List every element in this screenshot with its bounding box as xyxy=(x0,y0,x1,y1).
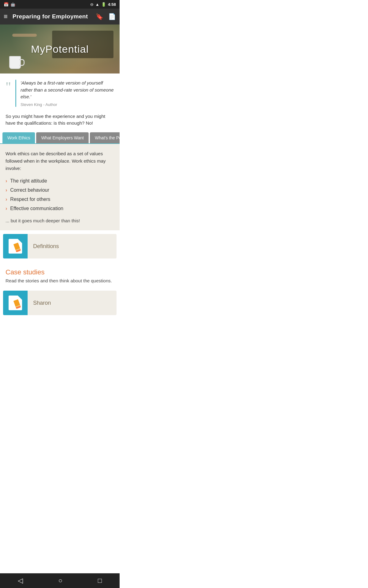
case-studies-subtext: Read the stories and then think about th… xyxy=(0,278,120,287)
note-add-button[interactable]: 📄 xyxy=(108,13,116,20)
definitions-card[interactable]: Definitions xyxy=(3,234,117,258)
sharon-icon xyxy=(9,296,22,310)
pencil-icon xyxy=(13,299,21,309)
quote-text: 'Always be a first-rate version of yours… xyxy=(21,80,114,100)
chevron-right-icon: › xyxy=(6,197,7,202)
app-bar: ≡ Preparing for Employment 🔖 📄 xyxy=(0,9,120,24)
hero-arm xyxy=(12,34,37,37)
status-bar-left: 📅 🤖 xyxy=(4,2,15,7)
list-item-label: Effective communication xyxy=(10,206,63,211)
bottom-nav: ◁ ○ □ xyxy=(0,573,120,588)
sharon-icon-box xyxy=(3,291,28,315)
definitions-icon xyxy=(9,239,22,254)
tab-work-ethics[interactable]: Work Ethics xyxy=(2,132,35,143)
wifi-icon: ▲ xyxy=(95,2,99,7)
app-bar-title: Preparing for Employment xyxy=(13,13,96,20)
list-item-label: Correct behaviour xyxy=(10,187,49,193)
home-button[interactable]: ○ xyxy=(58,577,62,585)
battery-icon: 🔋 xyxy=(101,2,106,7)
list-item: › Effective communication xyxy=(6,204,114,213)
quote-content: 'Always be a first-rate version of yours… xyxy=(21,80,114,107)
list-item: › The right attitude xyxy=(6,176,114,186)
definitions-label: Definitions xyxy=(28,243,64,250)
android-icon: 🤖 xyxy=(10,2,15,7)
list-item-label: Respect for others xyxy=(10,197,50,202)
tab-list: › The right attitude › Correct behaviour… xyxy=(6,176,114,213)
recents-button[interactable]: □ xyxy=(98,577,102,585)
hero-title: MyPotential xyxy=(31,43,89,55)
tab-footnote: ... but it goes much deeper than this! xyxy=(6,217,114,224)
chevron-right-icon: › xyxy=(6,206,7,211)
quote-author: Steven King - Author xyxy=(21,102,114,107)
list-item: › Respect for others xyxy=(6,195,114,204)
quote-bar xyxy=(15,80,16,107)
menu-button[interactable]: ≡ xyxy=(4,13,8,20)
app-bar-actions: 🔖 📄 xyxy=(96,13,116,20)
minus-circle-icon: ⊖ xyxy=(90,2,94,7)
bookmark-add-button[interactable]: 🔖 xyxy=(96,13,103,20)
sharon-label: Sharon xyxy=(28,300,56,306)
chevron-right-icon: › xyxy=(6,188,7,193)
intro-text: So you might have the experience and you… xyxy=(0,112,120,132)
case-studies-heading: Case studies xyxy=(0,262,120,278)
status-time: 4:58 xyxy=(108,2,116,7)
pencil-icon xyxy=(13,243,21,252)
back-button[interactable]: ◁ xyxy=(18,577,23,585)
hero-cup xyxy=(9,56,21,69)
list-item: › Correct behaviour xyxy=(6,186,114,195)
status-bar: 📅 🤖 ⊖ ▲ 🔋 4:58 xyxy=(0,0,120,9)
tab-whats-the-point[interactable]: What's the Point? xyxy=(90,132,120,143)
tab-what-employers-want[interactable]: What Employers Want xyxy=(36,132,89,143)
calendar-icon: 📅 xyxy=(4,2,9,7)
tab-content-panel: Work ethics can be described as a set of… xyxy=(0,144,120,231)
chevron-right-icon: › xyxy=(6,179,7,183)
quote-mark-icon: " xyxy=(6,81,11,93)
tab-description: Work ethics can be described as a set of… xyxy=(6,150,114,172)
quote-section: " 'Always be a first-rate version of you… xyxy=(0,74,120,112)
hero-section: MyPotential xyxy=(0,24,120,74)
list-item-label: The right attitude xyxy=(10,178,47,184)
definitions-icon-box xyxy=(3,234,28,258)
status-bar-right: ⊖ ▲ 🔋 4:58 xyxy=(90,2,116,7)
sharon-card[interactable]: Sharon xyxy=(3,291,117,315)
tabs-container: Work Ethics What Employers Want What's t… xyxy=(0,132,120,144)
main-content: " 'Always be a first-rate version of you… xyxy=(0,74,120,337)
